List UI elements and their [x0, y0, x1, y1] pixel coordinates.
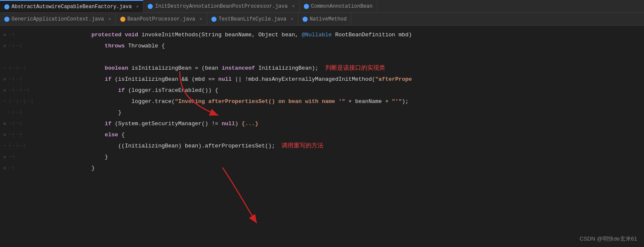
gutter-plus-9[interactable]: ⊞: [2, 121, 8, 126]
tab-close-5[interactable]: ×: [291, 17, 294, 22]
tab-generic-app[interactable]: GenericApplicationContext.java ×: [0, 13, 116, 25]
tab-icon-blue-2: [304, 4, 309, 9]
code-wrapper: ⊟ ─ ┤ protected void invokeInitMethods(S…: [0, 26, 644, 246]
tab-icon-orange: [120, 17, 125, 22]
gutter-close-8: [2, 109, 8, 115]
gutter-minus-5[interactable]: ⊟: [2, 76, 8, 82]
tab-close-1[interactable]: ×: [292, 4, 295, 9]
tab-label-6: NativeMethod: [310, 16, 347, 22]
line-gutter-7: ─ ┤ ─ ┤ ─ ┤ ─ ┤: [0, 98, 51, 104]
tab-icon-blue: [4, 4, 9, 9]
tab-icon-blue-3: [4, 17, 9, 22]
tab-label-3: GenericApplicationContext.java: [12, 16, 104, 22]
line-gutter-12: ⊟ ─ ┤: [0, 154, 51, 160]
tab-label-2: CommonAnnotationBean: [311, 3, 373, 9]
gutter-expand-1[interactable]: ⊟: [2, 32, 8, 38]
tab-icon-blue-1: [148, 4, 153, 9]
gutter-empty-3: [2, 54, 8, 60]
code-content-13: }: [51, 159, 644, 178]
tab-test-bean[interactable]: TestBeanLifeCycle.java ×: [207, 13, 298, 25]
tab-bar-top: AbstractAutowireCapableBeanFactory.java …: [0, 0, 644, 13]
tab-bar-bottom: GenericApplicationContext.java × BeanPos…: [0, 13, 644, 26]
tab-label-5: TestBeanLifeCycle.java: [219, 16, 286, 22]
gutter-minus-2[interactable]: ⊟: [2, 43, 8, 49]
line-gutter-10: ⊟ ─ ┤ ─ ┤: [0, 132, 51, 138]
tab-label-1: InitDestroyAnnotationBeanPostProcessor.j…: [155, 3, 288, 9]
tab-abstract-autowire[interactable]: AbstractAutowireCapableBeanFactory.java …: [0, 0, 143, 12]
gutter-base-11: ─: [2, 143, 8, 149]
tab-common-annotation[interactable]: CommonAnnotationBean: [300, 0, 377, 12]
line-gutter-5: ⊟ ─ ┤ ─ ┤: [0, 76, 51, 82]
tab-icon-blue-4: [211, 17, 217, 22]
code-line-13: ⊟ ─ ┤ }: [0, 162, 644, 173]
gutter-minus-6[interactable]: ⊟: [2, 87, 8, 93]
gutter-minus-12: ⊟: [2, 154, 8, 160]
line-gutter-8: ─ ┤ ─ ┤: [0, 109, 51, 115]
tab-label-0: AbstractAutowireCapableBeanFactory.java: [12, 4, 132, 10]
code-area: ⊟ ─ ┤ protected void invokeInitMethods(S…: [0, 26, 644, 246]
tab-icon-blue-5: [303, 17, 308, 22]
gutter-minus-10[interactable]: ⊟: [2, 132, 8, 138]
tab-close-0[interactable]: ×: [136, 4, 139, 9]
line-gutter-4: ─ ┤ ─ ┤ ─ ┤: [0, 65, 51, 71]
line-gutter-13: ⊟ ─ ┤: [0, 165, 51, 171]
line-gutter-6: ⊟ ─ ┤ ─ ┤ ─ ┤: [0, 87, 51, 93]
gutter-minus-13: ⊟: [2, 165, 8, 171]
tab-label-4: BeanPostProcessor.java: [128, 16, 195, 22]
line-gutter-9: ⊞ ─ ┤ ─ ┤: [0, 121, 51, 126]
gutter-base-7: ─: [2, 98, 8, 104]
gutter-base-4[interactable]: ─: [2, 65, 8, 71]
line-gutter-2: ⊟ ─ ┤ ─ ┤: [0, 43, 51, 49]
line-gutter-1: ⊟ ─ ┤: [0, 32, 51, 38]
tab-init-destroy[interactable]: InitDestroyAnnotationBeanPostProcessor.j…: [143, 0, 299, 12]
watermark: CSDN @明快de玄米61: [579, 235, 637, 243]
line-gutter-11: ─ ┤ ─ ┤ ─ ┤: [0, 143, 51, 149]
code-line-2: ⊟ ─ ┤ ─ ┤ throws Throwable {: [0, 40, 644, 51]
tab-native-method[interactable]: NativeMethod: [298, 13, 351, 25]
tab-close-4[interactable]: ×: [199, 17, 202, 22]
tab-bean-post-processor[interactable]: BeanPostProcessor.java ×: [116, 13, 207, 25]
line-gutter-3: [0, 54, 51, 60]
tab-close-3[interactable]: ×: [108, 17, 111, 22]
